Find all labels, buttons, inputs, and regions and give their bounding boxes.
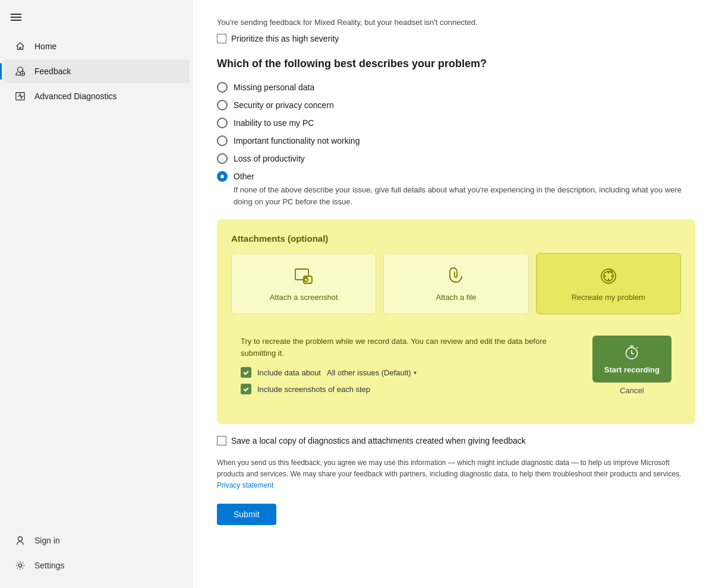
submit-button[interactable]: Submit xyxy=(217,504,276,525)
radio-circle-productivity xyxy=(217,153,228,164)
attach-file-label: Attach a file xyxy=(436,293,477,302)
sidebar-item-sign-in-label: Sign in xyxy=(34,536,60,545)
radio-label-missing: Missing personal data xyxy=(234,83,314,92)
include-screenshots-label: Include screenshots of each step xyxy=(257,385,370,394)
radio-other[interactable]: Other xyxy=(217,171,695,182)
radio-important-functionality[interactable]: Important functionality not working xyxy=(217,135,695,146)
sign-in-icon xyxy=(14,535,26,546)
checkmark-icon-2 xyxy=(242,385,250,393)
checkmark-icon xyxy=(242,369,250,376)
attach-screenshot-button[interactable]: Attach a screenshot xyxy=(231,253,376,314)
cancel-button[interactable]: Cancel xyxy=(592,386,671,395)
svg-point-3 xyxy=(18,537,22,541)
include-data-dropdown[interactable]: All other issues (Default) ▾ xyxy=(327,368,417,377)
include-data-label: Include data about xyxy=(257,368,321,377)
diagnostics-icon xyxy=(14,90,26,102)
sidebar-item-advanced-diagnostics[interactable]: Advanced Diagnostics xyxy=(4,84,190,108)
sidebar-item-settings-label: Settings xyxy=(34,561,65,570)
local-copy-label: Save a local copy of diagnostics and att… xyxy=(231,436,526,445)
settings-icon xyxy=(14,559,26,571)
attach-screenshot-icon xyxy=(293,265,314,287)
radio-other-container: Other If none of the above describe your… xyxy=(217,171,695,207)
svg-point-4 xyxy=(18,564,21,567)
local-copy-checkbox[interactable] xyxy=(217,436,226,445)
privacy-text-content: When you send us this feedback, you agre… xyxy=(217,459,682,478)
recording-actions-panel: Start recording Cancel xyxy=(592,336,671,400)
radio-circle-functionality xyxy=(217,135,228,146)
sidebar-item-feedback-label: Feedback xyxy=(34,67,71,76)
radio-missing-personal-data[interactable]: Missing personal data xyxy=(217,82,695,93)
sidebar-item-home-label: Home xyxy=(34,42,56,51)
recreate-problem-icon xyxy=(598,265,619,287)
radio-loss-productivity[interactable]: Loss of productivity xyxy=(217,153,695,164)
sidebar: Home Feedback Advanced Diagnostics xyxy=(0,0,193,588)
radio-label-security: Security or privacy concern xyxy=(234,100,334,110)
priority-checkbox[interactable] xyxy=(217,34,226,43)
main-content: You're sending feedback for Mixed Realit… xyxy=(193,0,719,588)
home-icon xyxy=(14,40,26,52)
dropdown-arrow-icon: ▾ xyxy=(414,369,417,376)
recreate-left-panel: Try to recreate the problem while we rec… xyxy=(241,336,583,400)
include-screenshots-checkbox[interactable] xyxy=(241,384,251,394)
sidebar-nav: Home Feedback Advanced Diagnostics xyxy=(0,29,193,518)
include-data-checkbox[interactable] xyxy=(241,367,251,378)
sidebar-item-home[interactable]: Home xyxy=(4,34,190,58)
start-recording-button[interactable]: Start recording xyxy=(592,336,671,382)
radio-label-productivity: Loss of productivity xyxy=(234,154,305,163)
recreate-expanded-section: Try to recreate the problem while we rec… xyxy=(231,326,681,410)
radio-circle-inability xyxy=(217,118,228,128)
sidebar-item-advanced-diagnostics-label: Advanced Diagnostics xyxy=(34,91,117,101)
include-data-value: All other issues (Default) xyxy=(327,368,411,377)
sidebar-item-settings[interactable]: Settings xyxy=(4,554,190,577)
privacy-text: When you send us this feedback, you agre… xyxy=(217,457,695,492)
hamburger-menu-button[interactable] xyxy=(0,0,193,29)
attachments-title: Attachments (optional) xyxy=(231,233,681,244)
include-screenshots-row: Include screenshots of each step xyxy=(241,384,583,394)
privacy-link[interactable]: Privacy statement xyxy=(217,481,273,489)
radio-label-functionality: Important functionality not working xyxy=(234,136,360,146)
sidebar-item-feedback[interactable]: Feedback xyxy=(4,59,190,83)
radio-label-inability: Inability to use my PC xyxy=(234,118,314,128)
start-recording-label: Start recording xyxy=(604,365,660,374)
feedback-icon xyxy=(14,65,26,77)
radio-label-other: Other xyxy=(234,172,254,181)
include-data-row: Include data about All other issues (Def… xyxy=(241,367,583,378)
sidebar-bottom: Sign in Settings xyxy=(0,518,193,588)
radio-inability-use-pc[interactable]: Inability to use my PC xyxy=(217,118,695,128)
stopwatch-icon xyxy=(623,344,640,361)
attach-file-button[interactable]: Attach a file xyxy=(383,253,528,314)
recreate-problem-label: Recreate my problem xyxy=(572,293,645,302)
priority-label: Prioritize this as high severity xyxy=(231,34,339,43)
problem-section-title: Which of the following best describes yo… xyxy=(217,58,695,70)
local-copy-row: Save a local copy of diagnostics and att… xyxy=(217,436,695,445)
sidebar-item-sign-in[interactable]: Sign in xyxy=(4,529,190,552)
recreate-description: Try to recreate the problem while we rec… xyxy=(241,336,583,359)
attach-buttons-row: Attach a screenshot Attach a file Recrea… xyxy=(231,253,681,314)
other-description: If none of the above describe your issue… xyxy=(234,184,695,207)
radio-security-privacy[interactable]: Security or privacy concern xyxy=(217,100,695,110)
attach-file-icon xyxy=(445,265,466,287)
priority-row: Prioritize this as high severity xyxy=(217,34,695,43)
attach-screenshot-label: Attach a screenshot xyxy=(270,293,338,302)
radio-circle-other xyxy=(217,171,228,182)
radio-circle-security xyxy=(217,100,228,110)
problem-radio-group: Missing personal data Security or privac… xyxy=(217,82,695,207)
attachments-box: Attachments (optional) Attach a screensh… xyxy=(217,219,695,424)
radio-circle-missing xyxy=(217,82,228,93)
info-banner: You're sending feedback for Mixed Realit… xyxy=(217,18,695,27)
recreate-problem-button[interactable]: Recreate my problem xyxy=(536,253,681,314)
